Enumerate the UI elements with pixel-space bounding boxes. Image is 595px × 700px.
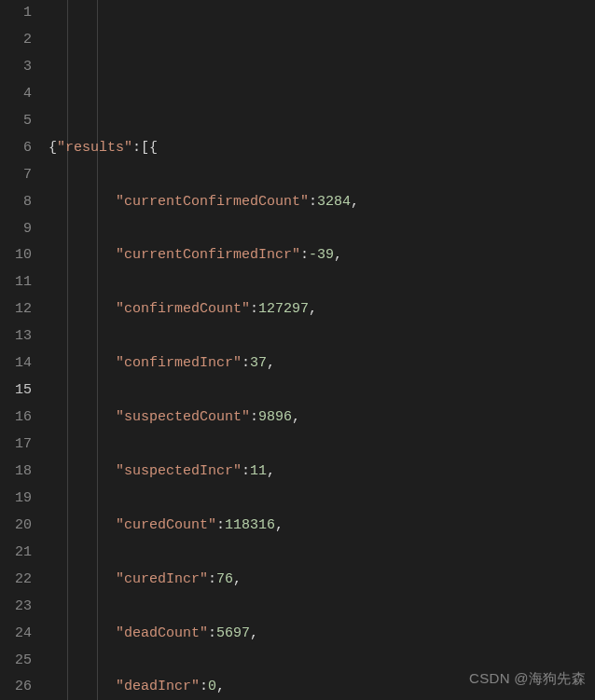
line-number: 1 — [0, 0, 32, 27]
line-number: 4 — [0, 81, 32, 108]
code-line[interactable]: "suspectedCount":9896, — [48, 405, 595, 432]
code-area[interactable]: {"results":[{ "currentConfirmedCount":32… — [48, 0, 595, 700]
line-number: 13 — [0, 323, 32, 350]
line-number: 12 — [0, 296, 32, 323]
code-line[interactable]: "deadIncr":0, — [48, 674, 595, 700]
line-number: 8 — [0, 189, 32, 216]
line-number: 10 — [0, 242, 32, 269]
line-number: 25 — [0, 648, 32, 675]
line-number: 2 — [0, 27, 32, 54]
line-number: 15 — [0, 377, 32, 405]
line-number: 22 — [0, 567, 32, 594]
code-line[interactable]: "suspectedIncr":11, — [48, 459, 595, 486]
line-number: 3 — [0, 54, 32, 81]
line-number: 23 — [0, 594, 32, 621]
code-line[interactable]: "confirmedCount":127297, — [48, 296, 595, 323]
line-number: 21 — [0, 540, 32, 567]
code-line[interactable]: "currentConfirmedCount":3284, — [48, 189, 595, 216]
line-number: 6 — [0, 135, 32, 162]
line-number: 18 — [0, 459, 32, 486]
code-line[interactable]: "currentConfirmedIncr":-39, — [48, 242, 595, 269]
code-line[interactable]: "confirmedIncr":37, — [48, 350, 595, 377]
line-number: 16 — [0, 405, 32, 432]
line-number: 5 — [0, 108, 32, 135]
line-number: 7 — [0, 162, 32, 189]
code-line[interactable]: "deadCount":5697, — [48, 621, 595, 648]
line-number: 24 — [0, 621, 32, 648]
code-line[interactable]: "curedCount":118316, — [48, 513, 595, 540]
code-editor[interactable]: 1 2 3 4 5 6 7 8 9 10 11 12 13 14 15 16 1… — [0, 0, 595, 700]
line-number: 11 — [0, 269, 32, 296]
line-number: 9 — [0, 216, 32, 243]
line-number: 26 — [0, 674, 32, 700]
line-number: 17 — [0, 432, 32, 459]
line-number: 14 — [0, 350, 32, 377]
line-number: 20 — [0, 513, 32, 540]
line-number-gutter: 1 2 3 4 5 6 7 8 9 10 11 12 13 14 15 16 1… — [0, 0, 48, 700]
line-number: 19 — [0, 486, 32, 513]
code-line[interactable]: "curedIncr":76, — [48, 567, 595, 594]
code-line[interactable]: {"results":[{ — [48, 135, 595, 162]
